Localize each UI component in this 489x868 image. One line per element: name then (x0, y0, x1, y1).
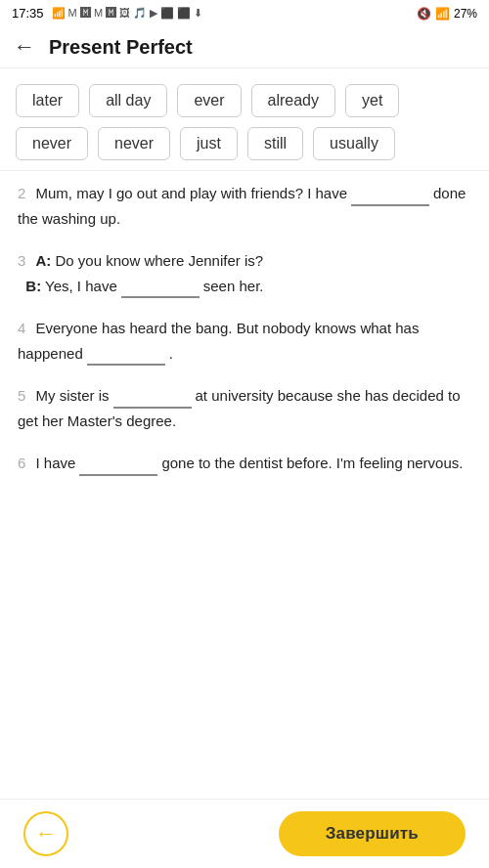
chip-already[interactable]: already (251, 84, 335, 117)
blank[interactable] (121, 281, 200, 298)
question-text: A: Do you know where Jennifer is? B: Yes… (18, 252, 263, 294)
chip-still[interactable]: still (247, 127, 303, 160)
question-block: 5 My sister isat university because she … (18, 383, 471, 433)
chip-later[interactable]: later (16, 84, 79, 117)
chip-never2[interactable]: never (98, 127, 170, 160)
top-nav: ← Present Perfect (0, 26, 489, 68)
chip-allday[interactable]: all day (89, 84, 167, 117)
status-indicators: 🔇 📶 27% (417, 7, 477, 21)
blank[interactable] (351, 189, 429, 206)
question-block: 6 I havegone to the dentist before. I'm … (18, 451, 471, 476)
question-number: 4 (18, 320, 25, 336)
notification-icons: 📶 M 🅼 M 🅼 🖼 🎵 ▶ ⬛ ⬛ ⬇ (52, 7, 203, 20)
blank[interactable] (79, 458, 157, 476)
battery-label: 27% (454, 7, 477, 21)
page-title: Present Perfect (49, 36, 193, 59)
question-block: 3 A: Do you know where Jennifer is? B: Y… (18, 248, 471, 298)
question-number: 2 (18, 185, 25, 201)
question-text: I havegone to the dentist before. I'm fe… (31, 455, 463, 471)
question-number: 6 (18, 455, 25, 471)
bottom-bar: ← Завершить (0, 799, 489, 868)
mute-icon: 🔇 (417, 7, 431, 21)
question-block: 2 Mum, may I go out and play with friend… (18, 181, 471, 231)
chips-area: laterall dayeveralreadyyetneverneverjust… (0, 68, 489, 171)
question-text: Mum, may I go out and play with friends?… (18, 185, 466, 227)
question-text: My sister isat university because she ha… (18, 387, 461, 429)
time-label: 17:35 (12, 6, 44, 21)
chip-just[interactable]: just (180, 127, 238, 160)
status-bar: 17:35 📶 M 🅼 M 🅼 🖼 🎵 ▶ ⬛ ⬛ ⬇ 🔇 📶 27% (0, 0, 489, 26)
status-time: 17:35 📶 M 🅼 M 🅼 🖼 🎵 ▶ ⬛ ⬛ ⬇ (12, 6, 202, 21)
bottom-back-button[interactable]: ← (23, 811, 68, 856)
question-text: Everyone has heard the bang. But nobody … (18, 320, 419, 362)
chip-never1[interactable]: never (16, 127, 88, 160)
question-block: 4 Everyone has heard the bang. But nobod… (18, 316, 471, 366)
blank[interactable] (87, 348, 165, 366)
signal-icon: 📶 (435, 7, 450, 21)
question-number: 5 (18, 387, 25, 404)
question-number: 3 (18, 252, 25, 269)
bottom-back-label: ← (35, 821, 57, 846)
questions-area: 2 Mum, may I go out and play with friend… (0, 171, 489, 572)
chip-usually[interactable]: usually (313, 127, 395, 160)
nav-back-button[interactable]: ← (14, 34, 35, 60)
blank[interactable] (113, 391, 192, 409)
complete-button[interactable]: Завершить (279, 811, 466, 856)
chip-ever[interactable]: ever (177, 84, 241, 117)
chip-yet[interactable]: yet (345, 84, 399, 117)
